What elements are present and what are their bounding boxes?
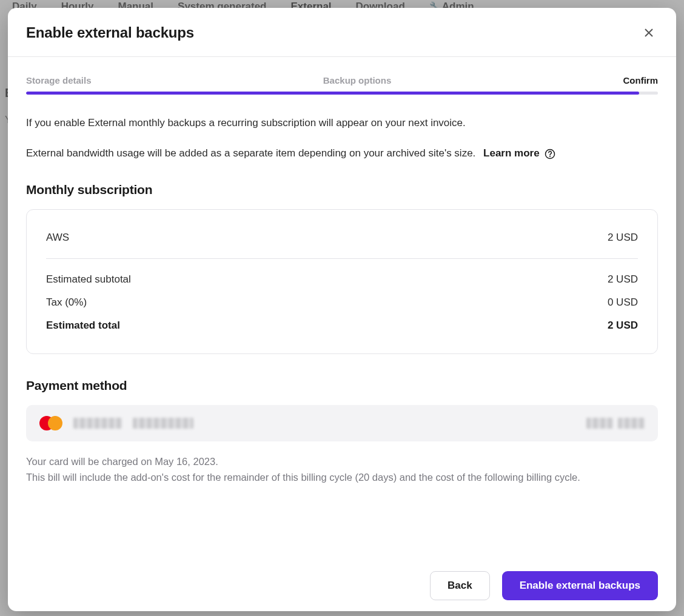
step-storage-details[interactable]: Storage details bbox=[26, 75, 92, 85]
subscription-total-row: Estimated total 2 USD bbox=[46, 316, 638, 335]
help-circle-icon bbox=[545, 149, 555, 159]
tax-label: Tax (0%) bbox=[46, 296, 87, 309]
monthly-subscription-heading: Monthly subscription bbox=[26, 182, 658, 197]
subscription-divider bbox=[46, 258, 638, 259]
subtotal-label: Estimated subtotal bbox=[46, 273, 131, 286]
modal-title: Enable external backups bbox=[26, 24, 194, 41]
subscription-subtotal-row: Estimated subtotal 2 USD bbox=[46, 270, 638, 289]
subscription-line-item: AWS 2 USD bbox=[46, 228, 638, 247]
card-expiry-redacted bbox=[586, 418, 613, 429]
wizard-progress-fill bbox=[26, 92, 639, 95]
close-icon bbox=[645, 28, 653, 37]
total-label: Estimated total bbox=[46, 320, 120, 332]
intro-line-1: If you enable External monthly backups a… bbox=[26, 115, 658, 131]
payment-method-card bbox=[26, 405, 658, 441]
svg-point-1 bbox=[549, 156, 550, 156]
mastercard-icon bbox=[39, 416, 62, 430]
charge-note-line-1: Your card will be charged on May 16, 202… bbox=[26, 456, 218, 467]
subtotal-value: 2 USD bbox=[608, 273, 638, 286]
modal-body: Storage details Backup options Confirm I… bbox=[8, 57, 676, 557]
step-confirm[interactable]: Confirm bbox=[623, 75, 659, 85]
intro-line-2: External bandwidth usage will be added a… bbox=[26, 147, 475, 159]
wizard-steps: Storage details Backup options Confirm bbox=[26, 75, 658, 85]
total-value: 2 USD bbox=[608, 320, 638, 332]
wizard-progress-track bbox=[26, 92, 658, 95]
payment-method-heading: Payment method bbox=[26, 378, 658, 393]
step-backup-options[interactable]: Backup options bbox=[323, 75, 392, 85]
enable-external-backups-modal: Enable external backups Storage details … bbox=[8, 8, 676, 611]
card-name-redacted bbox=[73, 418, 122, 429]
back-button[interactable]: Back bbox=[430, 571, 490, 600]
card-number-redacted bbox=[133, 418, 193, 429]
subscription-tax-row: Tax (0%) 0 USD bbox=[46, 293, 638, 312]
learn-more-label: Learn more bbox=[483, 146, 540, 161]
payment-left bbox=[39, 416, 193, 430]
learn-more-link[interactable]: Learn more bbox=[483, 146, 555, 161]
modal-header: Enable external backups bbox=[8, 8, 676, 57]
close-button[interactable] bbox=[640, 24, 658, 42]
line-item-label: AWS bbox=[46, 232, 69, 244]
tax-value: 0 USD bbox=[608, 296, 638, 309]
subscription-box: AWS 2 USD Estimated subtotal 2 USD Tax (… bbox=[26, 209, 658, 354]
payment-right bbox=[586, 418, 645, 429]
charge-note-line-2: This bill will include the add-on's cost… bbox=[26, 472, 580, 483]
modal-footer: Back Enable external backups bbox=[8, 557, 676, 611]
line-item-value: 2 USD bbox=[608, 232, 638, 244]
enable-external-backups-button[interactable]: Enable external backups bbox=[502, 571, 658, 600]
intro-line-2-wrap: External bandwidth usage will be added a… bbox=[26, 146, 658, 161]
charge-note: Your card will be charged on May 16, 202… bbox=[26, 454, 658, 486]
card-meta-redacted bbox=[618, 418, 645, 429]
